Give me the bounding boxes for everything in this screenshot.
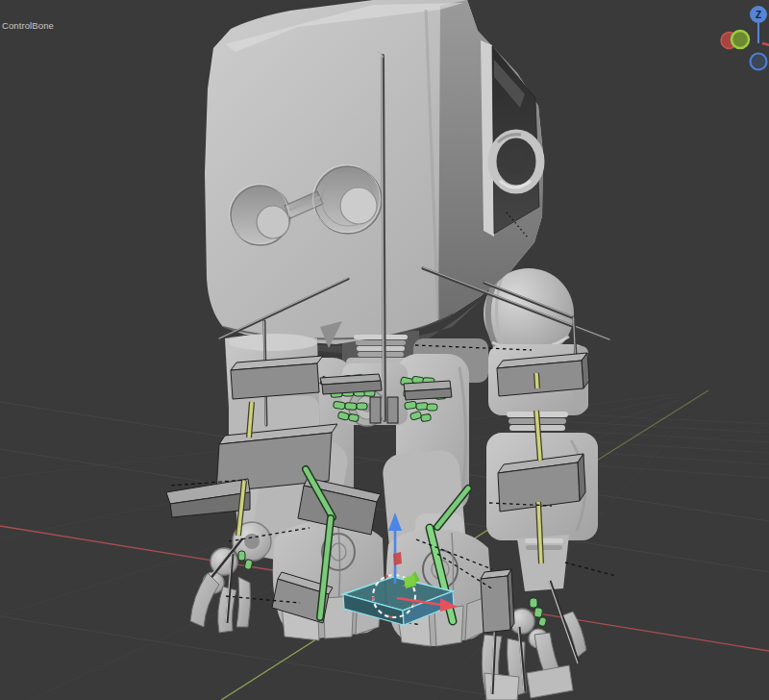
viewport-canvas[interactable]: Z	[0, 0, 769, 700]
bone-box-right-hand	[481, 569, 514, 633]
nav-y-ball[interactable]	[732, 31, 749, 48]
floor-grid	[0, 394, 769, 700]
axis-lines	[0, 390, 769, 700]
blender-3d-viewport[interactable]: ControlBone	[0, 0, 769, 700]
nav-neg-z-ball[interactable]	[751, 54, 767, 70]
navigation-gizmo[interactable]: Z	[721, 6, 769, 70]
gizmo-yz-plane-handle[interactable]	[393, 552, 402, 565]
bone-box-left-upper	[231, 356, 323, 399]
nav-z-label: Z	[756, 10, 761, 20]
bone-box-right-upper	[497, 353, 589, 396]
robot-head-side-panel	[481, 40, 540, 237]
